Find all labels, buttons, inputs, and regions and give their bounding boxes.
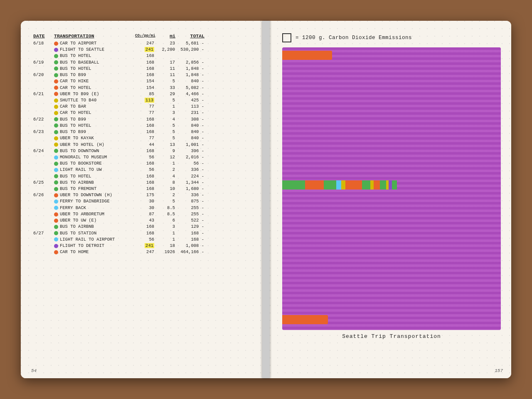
table-row: 6/20BUS TO B99168111,848 -	[33, 72, 252, 78]
transport-dot	[54, 92, 58, 96]
entry-total: 396 -	[175, 148, 204, 154]
table-row: FLIGHT TO DETROIT241181,008 -	[33, 243, 252, 249]
transport-dot	[54, 117, 58, 121]
legend-text: = 1200 g. Carbon Dioxide Emmissions	[296, 35, 412, 41]
entry-total: 1,344 -	[175, 180, 204, 186]
transport-name: CAR TO HIKE	[60, 78, 135, 84]
entry-mi: 18	[158, 243, 175, 249]
transport-dot	[54, 231, 58, 235]
transport-name: BUS TO BASEBALL	[60, 59, 135, 66]
entry-co2: 175	[135, 192, 158, 198]
entry-total: 464,166 -	[175, 249, 204, 255]
transport-dot	[54, 180, 58, 185]
transport-dot	[54, 219, 58, 223]
total-col-header: TOTAL	[175, 33, 204, 39]
entry-co2: 56	[135, 154, 158, 160]
table-row: CAR TO HIKE1545840 -	[33, 78, 252, 84]
entry-mi: 23	[158, 40, 175, 47]
entry-total: 840 -	[175, 123, 204, 129]
entry-co2: 168	[135, 129, 158, 135]
entry-co2: 77	[135, 110, 158, 116]
bar-segment	[392, 180, 397, 190]
chart-area	[282, 47, 501, 330]
table-row: LIGHT RAIL TO AIRPORT561168 -	[33, 236, 252, 243]
entry-co2: 168	[135, 160, 158, 167]
table-row: 6/24BUS TO DOWNTOWN1689396 -	[33, 148, 252, 154]
transport-dot	[54, 200, 58, 204]
entry-total: 168 -	[175, 230, 204, 236]
entry-co2: 43	[135, 217, 158, 224]
date-col-header: DATE	[33, 33, 54, 39]
spine	[262, 21, 270, 378]
transport-name: BUS TO BOOKSTORE	[60, 160, 135, 167]
entry-total: 168 -	[175, 236, 204, 243]
entry-date: 6/23	[33, 129, 54, 135]
entry-mi: 11	[158, 72, 175, 78]
entry-co2: 154	[135, 85, 158, 91]
bar-segment	[374, 180, 380, 190]
table-row: BUS TO HOTEL168111,848 -	[33, 66, 252, 72]
transport-name: BUS TO AIRBNB	[60, 180, 135, 186]
entry-total: 308 -	[175, 116, 204, 123]
entry-total: 1,680 -	[175, 186, 204, 192]
page-number-left: 54	[31, 368, 37, 373]
entry-co2: 247	[135, 249, 158, 255]
transport-dot	[54, 149, 58, 153]
entry-date: 6/18	[33, 40, 54, 47]
entry-total: 336 -	[175, 167, 204, 173]
table-row: SHUTTLE TO B401135425 -	[33, 97, 252, 103]
entry-co2: 241	[135, 243, 158, 249]
entry-mi: 1	[158, 230, 175, 236]
table-row: FLIGHT TO SEATTLE2412,200530,200 -	[33, 47, 252, 53]
entry-co2: 30	[135, 205, 158, 211]
transport-name: BUS TO HOTEL	[60, 173, 135, 180]
transport-dot	[54, 206, 58, 210]
transport-dot	[54, 42, 58, 46]
page-number-right: 157	[495, 368, 503, 373]
table-row: 6/23BUS TO B991685840 -	[33, 129, 252, 135]
transport-dot	[54, 250, 58, 254]
table-row: BUS TO AIRBNB1683129 -	[33, 224, 252, 230]
entry-mi: 17	[158, 59, 175, 66]
transport-name: FERRY TO BAINBRIDGE	[60, 198, 135, 204]
transport-name: BUS TO B99	[60, 129, 135, 135]
transport-dot	[54, 162, 58, 166]
bar-segment	[345, 180, 362, 190]
transport-dot	[54, 99, 58, 103]
entry-co2: 168	[135, 186, 158, 192]
table-row: CAR TO HOTEL154335,082 -	[33, 85, 252, 91]
entry-co2: 87	[135, 211, 158, 217]
bar-segment	[362, 180, 370, 190]
transport-dot	[54, 168, 58, 172]
bar-segment	[282, 180, 305, 190]
entry-date: 6/22	[33, 116, 54, 123]
entry-co2: 154	[135, 78, 158, 84]
bar-middle	[282, 180, 501, 190]
entry-co2: 168	[135, 66, 158, 72]
transport-dot	[54, 86, 58, 90]
transport-dot	[54, 48, 58, 52]
transport-name: BUS TO AIRBNB	[60, 224, 135, 230]
entry-total: 231 -	[175, 110, 204, 116]
entry-co2: 113	[135, 97, 158, 103]
transport-name: LIGHT RAIL TO AIRPORT	[60, 236, 135, 243]
entry-co2: 168	[135, 230, 158, 236]
transport-dot	[54, 244, 58, 248]
entry-total: 425 -	[175, 97, 204, 103]
transport-name: UBER TO KAYAK	[60, 135, 135, 141]
entry-total: 840 -	[175, 78, 204, 84]
table-row: BUS TO BOOKSTORE168156 -	[33, 160, 252, 167]
entry-mi: 33	[158, 85, 175, 91]
table-row: LIGHT RAIL TO UW562336 -	[33, 167, 252, 173]
transport-dot	[54, 105, 58, 109]
table-row: 6/18CAR TO AIRPORT247235,681 -	[33, 40, 252, 47]
entry-co2: 44	[135, 142, 158, 148]
table-row: FERRY TO BAINBRIDGE305875 -	[33, 198, 252, 204]
transport-name: CAR TO HOTEL	[60, 85, 135, 91]
entry-co2: 241	[135, 47, 158, 53]
transport-dot	[54, 143, 58, 147]
table-row: FERRY BACK308.5255 -	[33, 205, 252, 211]
entry-date: 6/27	[33, 230, 54, 236]
entry-date: 6/21	[33, 91, 54, 97]
transport-dot	[54, 123, 58, 128]
